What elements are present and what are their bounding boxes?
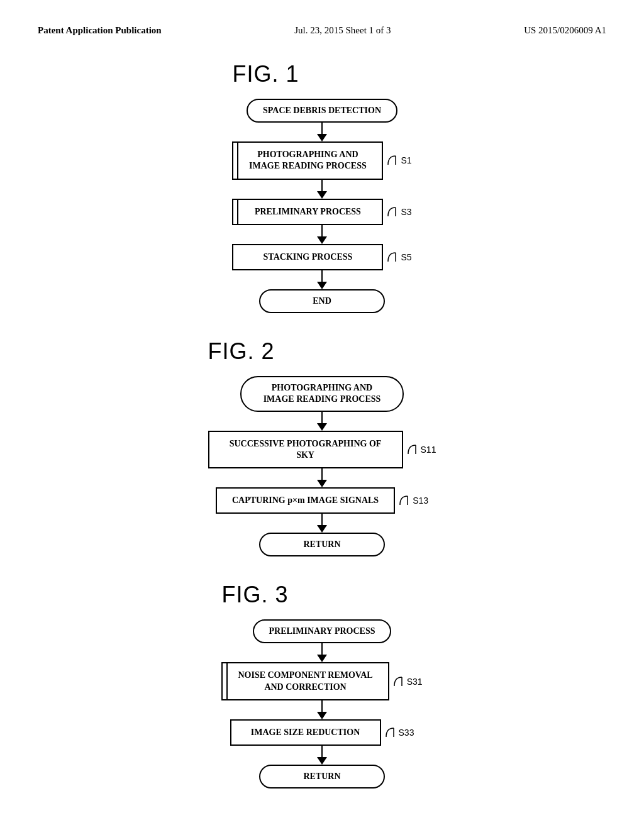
arrow-line bbox=[321, 746, 323, 757]
fig2-step-start: PHOTOGRAPHING ANDIMAGE READING PROCESS bbox=[240, 376, 404, 411]
arrow-head bbox=[317, 423, 327, 431]
arrow6 bbox=[317, 468, 327, 487]
fig2-step-return: RETURN bbox=[259, 533, 385, 556]
arrow-head bbox=[317, 282, 327, 289]
arrow-line bbox=[321, 514, 323, 525]
arrow-head bbox=[317, 134, 327, 141]
arrow-line bbox=[321, 643, 323, 655]
fig3-title: FIG. 3 bbox=[221, 582, 422, 608]
fig1-step-s3: PRELIMINARY PROCESS S3 bbox=[232, 199, 411, 225]
fig1-step-s1: PHOTOGRAPHING ANDIMAGE READING PROCESS S… bbox=[232, 141, 411, 179]
fig1-label-s1: S1 bbox=[387, 153, 411, 167]
fig3-step-start: PRELIMINARY PROCESS bbox=[253, 619, 392, 643]
fig1-box-start: SPACE DEBRIS DETECTION bbox=[247, 99, 397, 123]
fig1-section: FIG. 1 SPACE DEBRIS DETECTION PHOTOGRAPH… bbox=[232, 61, 411, 332]
fig2-box-s13: CAPTURING p×m IMAGE SIGNALS bbox=[216, 487, 395, 514]
fig2-step-s13: CAPTURING p×m IMAGE SIGNALS S13 bbox=[216, 487, 428, 514]
arrow10 bbox=[317, 746, 327, 765]
fig2-box-s11: SUCCESSIVE PHOTOGRAPHING OF SKY bbox=[208, 431, 403, 468]
arrow-line bbox=[321, 412, 323, 423]
fig1-label-s5: S5 bbox=[387, 250, 411, 264]
arrow1 bbox=[317, 123, 327, 141]
fig2-flowchart: PHOTOGRAPHING ANDIMAGE READING PROCESS S… bbox=[208, 376, 436, 556]
curve-icon-s1 bbox=[387, 153, 401, 167]
fig3-step-s31: NOISE COMPONENT REMOVALAND CORRECTION S3… bbox=[221, 662, 422, 700]
fig2-box-start: PHOTOGRAPHING ANDIMAGE READING PROCESS bbox=[240, 376, 404, 411]
fig3-label-s31: S31 bbox=[393, 675, 423, 689]
arrow-line bbox=[321, 225, 323, 236]
content: FIG. 1 SPACE DEBRIS DETECTION PHOTOGRAPH… bbox=[0, 48, 644, 814]
fig1-flowchart: SPACE DEBRIS DETECTION PHOTOGRAPHING AND… bbox=[232, 99, 411, 313]
fig2-title: FIG. 2 bbox=[208, 338, 436, 365]
fig3-label-s33: S33 bbox=[385, 726, 414, 739]
curve-icon-s3 bbox=[387, 205, 401, 219]
fig1-label-s3: S3 bbox=[387, 205, 411, 219]
page: Patent Application Publication Jul. 23, … bbox=[0, 0, 644, 830]
arrow-line bbox=[321, 700, 323, 712]
fig2-label-s13: S13 bbox=[399, 494, 428, 507]
fig3-flowchart: PRELIMINARY PROCESS NOISE COMPONENT REMO… bbox=[221, 619, 422, 788]
curve-icon-s13 bbox=[399, 494, 413, 507]
fig1-title: FIG. 1 bbox=[232, 61, 411, 87]
fig1-step-end: END bbox=[259, 289, 385, 313]
fig1-box-s3: PRELIMINARY PROCESS bbox=[232, 199, 383, 225]
arrow2 bbox=[317, 180, 327, 199]
fig3-step-return: RETURN bbox=[259, 765, 385, 788]
fig3-box-s33: IMAGE SIZE REDUCTION bbox=[230, 719, 381, 746]
arrow-head bbox=[317, 655, 327, 662]
fig2-step-s11: SUCCESSIVE PHOTOGRAPHING OF SKY S11 bbox=[208, 431, 436, 468]
fig3-box-return: RETURN bbox=[259, 765, 385, 788]
fig3-box-start: PRELIMINARY PROCESS bbox=[253, 619, 392, 643]
header-publication: Patent Application Publication bbox=[38, 25, 162, 36]
fig1-box-s1: PHOTOGRAPHING ANDIMAGE READING PROCESS bbox=[232, 141, 383, 179]
header: Patent Application Publication Jul. 23, … bbox=[0, 0, 644, 48]
arrow5 bbox=[317, 412, 327, 431]
arrow-line bbox=[321, 123, 323, 134]
arrow4 bbox=[317, 270, 327, 289]
fig3-step-s33: IMAGE SIZE REDUCTION S33 bbox=[230, 719, 414, 746]
fig3-section: FIG. 3 PRELIMINARY PROCESS NOISE COMPONE… bbox=[221, 582, 422, 807]
fig1-step-start: SPACE DEBRIS DETECTION bbox=[247, 99, 397, 123]
fig1-box-s5: STACKING PROCESS bbox=[232, 244, 383, 270]
header-patent-number: US 2015/0206009 A1 bbox=[524, 25, 606, 36]
curve-icon-s33 bbox=[385, 726, 399, 739]
arrow8 bbox=[317, 643, 327, 662]
arrow-line bbox=[321, 270, 323, 282]
fig1-box-end: END bbox=[259, 289, 385, 313]
arrow7 bbox=[317, 514, 327, 533]
arrow3 bbox=[317, 225, 327, 244]
arrow-head bbox=[317, 525, 327, 533]
arrow-line bbox=[321, 180, 323, 191]
fig2-label-s11: S11 bbox=[407, 443, 436, 456]
fig2-section: FIG. 2 PHOTOGRAPHING ANDIMAGE READING PR… bbox=[208, 338, 436, 575]
arrow-head bbox=[317, 191, 327, 199]
header-date-sheet: Jul. 23, 2015 Sheet 1 of 3 bbox=[294, 25, 391, 36]
arrow-head bbox=[317, 480, 327, 487]
curve-icon-s5 bbox=[387, 250, 401, 264]
arrow-head bbox=[317, 757, 327, 765]
arrow-line bbox=[321, 468, 323, 480]
arrow-head bbox=[317, 712, 327, 719]
fig1-step-s5: STACKING PROCESS S5 bbox=[232, 244, 411, 270]
curve-icon-s31 bbox=[393, 675, 407, 689]
arrow9 bbox=[317, 700, 327, 719]
arrow-head bbox=[317, 236, 327, 244]
fig2-box-return: RETURN bbox=[259, 533, 385, 556]
curve-icon-s11 bbox=[407, 443, 421, 456]
fig3-box-s31: NOISE COMPONENT REMOVALAND CORRECTION bbox=[221, 662, 389, 700]
